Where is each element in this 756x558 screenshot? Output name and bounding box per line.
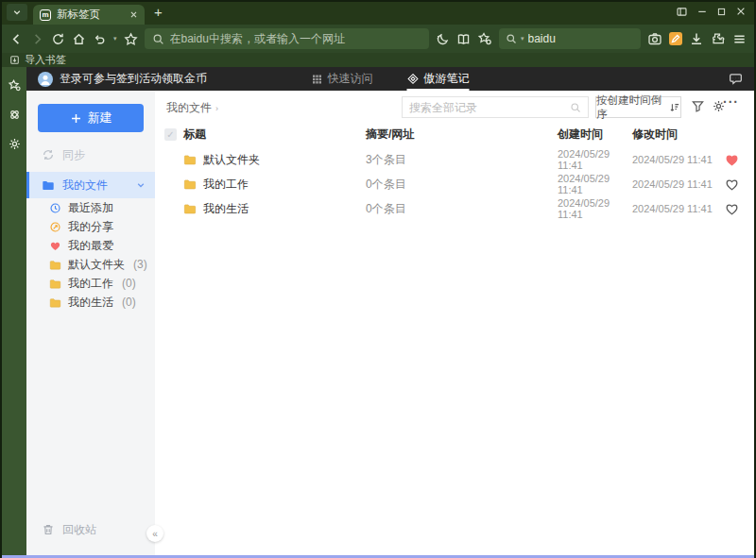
- undo-icon[interactable]: [93, 32, 107, 46]
- forward-icon[interactable]: [30, 32, 44, 46]
- folder-icon: [183, 202, 197, 215]
- col-title[interactable]: 标题: [183, 127, 366, 143]
- sidebar-item-my-favorites[interactable]: 我的最爱: [26, 236, 155, 255]
- sync-button[interactable]: 同步: [26, 144, 155, 166]
- notes-sidebar: 新建 同步 我的文件: [26, 91, 155, 555]
- sidebar-item-default-folder[interactable]: 默认文件夹 (3): [26, 255, 155, 274]
- feedback-bubble-icon[interactable]: [729, 72, 743, 86]
- search-engine-dropdown-icon[interactable]: ▾: [521, 35, 524, 42]
- breadcrumb-arrow-icon: ›: [215, 104, 218, 113]
- app-tabs: 快速访问 傲游笔记: [312, 67, 470, 91]
- tab-close-icon[interactable]: [129, 10, 138, 19]
- col-created[interactable]: 创建时间: [558, 127, 632, 143]
- trash-label: 回收站: [62, 522, 96, 538]
- favorite-heart-icon[interactable]: [725, 153, 754, 167]
- folder-icon: [49, 278, 61, 290]
- table-row[interactable]: 默认文件夹 3个条目 2024/05/29 11:41 2024/05/29 1…: [155, 147, 754, 172]
- sidebar-collapse-button[interactable]: «: [146, 525, 163, 542]
- tab-quick-access-label: 快速访问: [328, 71, 373, 87]
- sidebar-item-my-files[interactable]: 我的文件: [26, 172, 155, 198]
- sidebar-item-label: 我的最爱: [68, 238, 113, 254]
- chevron-down-icon[interactable]: [136, 180, 146, 190]
- sidebar-item-trash[interactable]: 回收站: [26, 517, 155, 542]
- reading-mode-icon[interactable]: [456, 32, 471, 46]
- new-note-button[interactable]: 新建: [38, 104, 144, 132]
- sidebar-item-recent[interactable]: 最近添加: [26, 198, 155, 217]
- favorite-heart-icon[interactable]: [725, 202, 754, 216]
- sidebar-item-my-life[interactable]: 我的生活 (0): [26, 293, 155, 312]
- avatar[interactable]: [38, 72, 53, 87]
- row-modified: 2024/05/29 11:41: [632, 178, 725, 190]
- folder-icon: [49, 296, 61, 309]
- row-title[interactable]: 默认文件夹: [203, 152, 260, 168]
- sort-button[interactable]: 按创建时间倒序: [595, 96, 681, 118]
- import-bookmarks-label[interactable]: 导入书签: [25, 53, 66, 67]
- item-count: (0): [122, 277, 136, 290]
- favorites-star-icon[interactable]: [8, 78, 22, 93]
- table-row[interactable]: 我的生活 0个条目 2024/05/29 11:41 2024/05/29 11…: [155, 196, 754, 221]
- address-bar[interactable]: [145, 28, 429, 49]
- search-icon: [152, 33, 164, 45]
- address-input[interactable]: [170, 32, 421, 45]
- row-title[interactable]: 我的生活: [203, 201, 249, 217]
- back-icon[interactable]: [9, 32, 24, 46]
- table-body: 默认文件夹 3个条目 2024/05/29 11:41 2024/05/29 1…: [155, 147, 754, 221]
- close-icon[interactable]: [735, 6, 747, 18]
- camera-icon[interactable]: [647, 31, 662, 46]
- tab-maxnote[interactable]: 傲游笔记: [407, 67, 470, 91]
- filter-icon[interactable]: [691, 99, 705, 113]
- table-row[interactable]: 我的工作 0个条目 2024/05/29 11:41 2024/05/29 11…: [155, 172, 754, 196]
- tab-quick-access[interactable]: 快速访问: [312, 67, 373, 91]
- row-title[interactable]: 我的工作: [203, 177, 249, 193]
- tab-list-dropdown-button[interactable]: [7, 4, 27, 21]
- row-summary: 3个条目: [366, 152, 558, 168]
- minimize-icon[interactable]: [696, 6, 708, 18]
- home-icon[interactable]: [72, 32, 86, 46]
- menu-icon[interactable]: [732, 32, 747, 46]
- breadcrumb[interactable]: 我的文件 ›: [166, 100, 218, 116]
- col-modified[interactable]: 修改时间: [632, 127, 725, 143]
- browser-tab[interactable]: m 新标签页: [33, 5, 145, 25]
- sort-icon: [669, 102, 680, 113]
- row-summary: 0个条目: [366, 201, 558, 217]
- search-engine-input[interactable]: [528, 32, 613, 45]
- star-icon[interactable]: [124, 32, 138, 46]
- trash-icon: [42, 523, 55, 536]
- more-icon[interactable]: ···: [723, 94, 739, 110]
- tab-maxnote-label: 傲游笔记: [424, 71, 470, 87]
- sidebar-item-my-work[interactable]: 我的工作 (0): [26, 274, 155, 293]
- tab-title: 新标签页: [57, 8, 124, 22]
- refresh-icon[interactable]: [51, 32, 65, 46]
- row-modified: 2024/05/29 11:41: [632, 203, 725, 214]
- gear-icon[interactable]: [8, 137, 22, 151]
- heart-icon: [49, 240, 61, 252]
- table-header: ✓ 标题 摘要/网址 创建时间 修改时间: [155, 123, 754, 145]
- extensions-icon[interactable]: [711, 31, 726, 46]
- maxnote-icon[interactable]: [669, 32, 682, 45]
- favorites-gear-icon[interactable]: [477, 31, 492, 46]
- side-strip: [2, 67, 26, 555]
- item-count: (3): [133, 258, 147, 271]
- records-search[interactable]: [402, 96, 589, 118]
- folder-icon: [183, 178, 197, 191]
- login-banner[interactable]: 登录可参与签到活动领取金币: [38, 71, 207, 87]
- download-icon[interactable]: [689, 31, 704, 46]
- maxnote-panel-icon[interactable]: [8, 108, 22, 122]
- import-bookmarks-icon: [9, 55, 20, 65]
- login-text[interactable]: 登录可参与签到活动领取金币: [60, 71, 207, 87]
- col-summary[interactable]: 摘要/网址: [366, 127, 558, 143]
- favorite-heart-icon[interactable]: [725, 178, 754, 192]
- night-mode-icon[interactable]: [436, 32, 450, 46]
- panel-toggle-icon[interactable]: [676, 6, 688, 18]
- records-search-input[interactable]: [409, 101, 570, 114]
- new-tab-button[interactable]: +: [154, 4, 163, 20]
- maximize-icon[interactable]: [716, 6, 727, 18]
- select-all-checkbox[interactable]: ✓: [164, 128, 177, 141]
- sidebar-item-my-shares[interactable]: 我的分享: [26, 217, 155, 236]
- search-engine-box[interactable]: ▾: [499, 28, 641, 49]
- app-header: 登录可参与签到活动领取金币 快速访问 傲游笔记: [26, 67, 754, 91]
- folder-icon: [42, 178, 55, 192]
- row-created: 2024/05/29 11:41: [558, 173, 632, 195]
- undo-dropdown-icon[interactable]: ▾: [113, 35, 117, 42]
- folder-icon: [49, 259, 61, 271]
